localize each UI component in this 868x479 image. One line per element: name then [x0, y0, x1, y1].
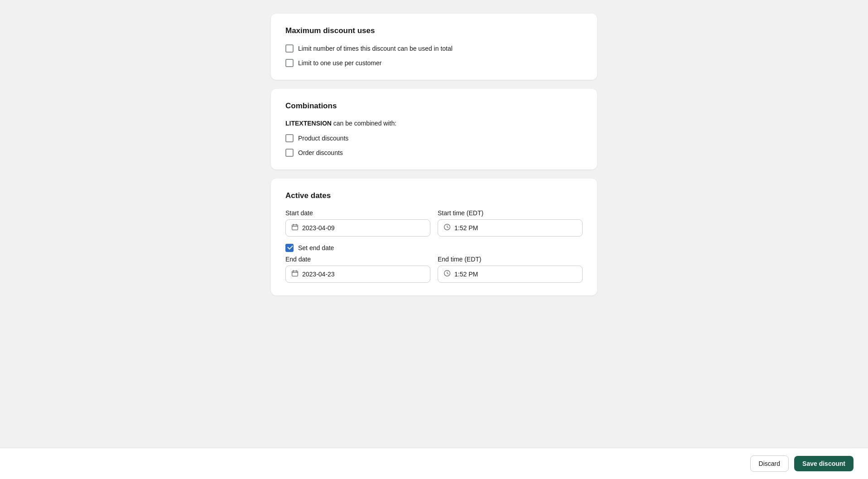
active-dates-title: Active dates: [285, 191, 583, 200]
end-time-field: End time (EDT) 1:52 PM: [438, 256, 583, 283]
combinations-title: Combinations: [285, 102, 583, 111]
clock-icon-start: [444, 223, 451, 232]
order-discounts-item[interactable]: Order discounts: [285, 149, 583, 157]
svg-rect-0: [292, 225, 298, 230]
limit-per-customer-label: Limit to one use per customer: [298, 59, 381, 67]
order-discounts-label: Order discounts: [298, 149, 343, 156]
set-end-date-row: Set end date: [285, 244, 583, 252]
svg-rect-2: [292, 271, 298, 276]
combinations-checkboxes: Product discounts Order discounts: [285, 134, 583, 157]
calendar-icon-start: [291, 223, 299, 232]
limit-total-uses-label: Limit number of times this discount can …: [298, 45, 453, 52]
order-discounts-checkbox[interactable]: [285, 149, 294, 157]
end-time-input[interactable]: 1:52 PM: [438, 266, 583, 283]
product-discounts-checkbox[interactable]: [285, 134, 294, 142]
maximum-discount-uses-checkboxes: Limit number of times this discount can …: [285, 44, 583, 67]
end-date-field: End date 2023-04-23: [285, 256, 430, 283]
start-date-row: Start date 2023-04-09 Start time (EDT): [285, 209, 583, 237]
start-time-label: Start time (EDT): [438, 209, 583, 217]
start-time-field: Start time (EDT) 1:52 PM: [438, 209, 583, 237]
end-time-value: 1:52 PM: [454, 271, 478, 278]
limit-total-uses-item[interactable]: Limit number of times this discount can …: [285, 44, 583, 53]
start-date-input[interactable]: 2023-04-09: [285, 219, 430, 237]
combinations-description: LITEXTENSION can be combined with:: [285, 120, 583, 127]
set-end-date-checkbox[interactable]: [285, 244, 294, 252]
limit-per-customer-item[interactable]: Limit to one use per customer: [285, 59, 583, 67]
page-container: Maximum discount uses Limit number of ti…: [271, 9, 597, 295]
maximum-discount-uses-title: Maximum discount uses: [285, 26, 583, 35]
combinations-card: Combinations LITEXTENSION can be combine…: [271, 89, 597, 169]
save-discount-button[interactable]: Save discount: [794, 456, 854, 471]
combinations-description-suffix: can be combined with:: [332, 120, 396, 127]
end-time-label: End time (EDT): [438, 256, 583, 263]
active-dates-card: Active dates Start date 2023-04-09 S: [271, 179, 597, 295]
start-date-label: Start date: [285, 209, 430, 217]
limit-per-customer-checkbox[interactable]: [285, 59, 294, 67]
clock-icon-end: [444, 270, 451, 279]
footer-bar: Discard Save discount: [0, 448, 868, 479]
set-end-date-item[interactable]: Set end date: [285, 244, 334, 252]
calendar-icon-end: [291, 270, 299, 279]
start-time-input[interactable]: 1:52 PM: [438, 219, 583, 237]
start-date-field: Start date 2023-04-09: [285, 209, 430, 237]
product-discounts-label: Product discounts: [298, 135, 348, 142]
combinations-code: LITEXTENSION: [285, 120, 332, 127]
start-time-value: 1:52 PM: [454, 224, 478, 232]
end-date-input[interactable]: 2023-04-23: [285, 266, 430, 283]
end-date-row: End date 2023-04-23 End time (EDT): [285, 256, 583, 283]
end-date-label: End date: [285, 256, 430, 263]
discard-button[interactable]: Discard: [750, 455, 789, 472]
start-date-value: 2023-04-09: [302, 224, 335, 232]
maximum-discount-uses-card: Maximum discount uses Limit number of ti…: [271, 14, 597, 80]
set-end-date-label: Set end date: [298, 244, 334, 252]
end-date-value: 2023-04-23: [302, 271, 335, 278]
product-discounts-item[interactable]: Product discounts: [285, 134, 583, 142]
limit-total-uses-checkbox[interactable]: [285, 44, 294, 53]
